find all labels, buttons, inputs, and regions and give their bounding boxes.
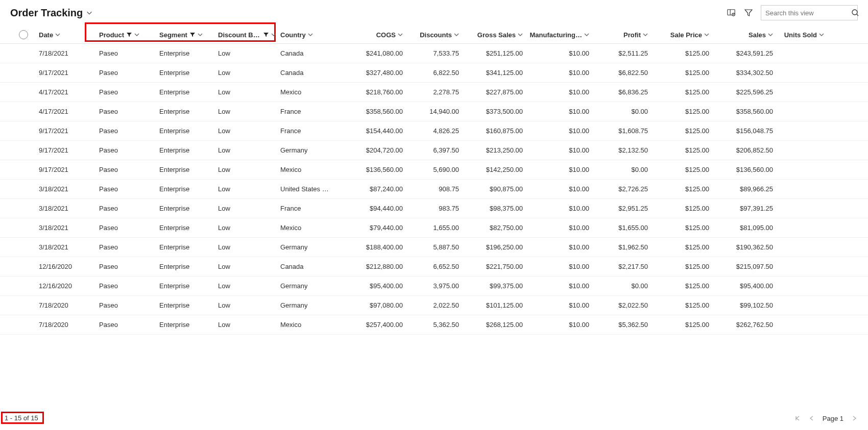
cell-sale-price: $125.00	[650, 224, 711, 232]
header-units-sold[interactable]: Units Sold	[775, 31, 826, 39]
cell-discounts: 2,278.75	[405, 88, 461, 96]
table-row[interactable]: 7/18/2020PaseoEnterpriseLowGermany$97,08…	[0, 296, 868, 315]
cell-profit: $2,132.50	[591, 146, 650, 154]
select-all-column[interactable]	[10, 30, 37, 39]
cell-sales: $262,762.50	[711, 321, 775, 328]
table-row[interactable]: 4/17/2021PaseoEnterpriseLowMexico$218,76…	[0, 83, 868, 102]
chevron-down-icon	[518, 32, 523, 37]
cell-product: Paseo	[97, 205, 157, 212]
cell-profit: $2,022.50	[591, 301, 650, 309]
cell-sale-price: $125.00	[650, 263, 711, 270]
search-icon[interactable]	[851, 9, 859, 17]
cell-discounts: 7,533.75	[405, 49, 461, 57]
header-country[interactable]: Country	[278, 31, 345, 39]
first-page-button[interactable]	[794, 415, 801, 422]
table-row[interactable]: 3/18/2021PaseoEnterpriseLowUnited States…	[0, 180, 868, 199]
header-date[interactable]: Date	[37, 31, 97, 39]
header-label: Manufacturing…	[529, 31, 582, 39]
cell-sales: $97,391.25	[711, 205, 775, 212]
cell-date: 9/17/2021	[37, 69, 97, 77]
funnel-icon	[189, 32, 196, 38]
view-title[interactable]: Order Tracking	[10, 7, 83, 19]
header-segment[interactable]: Segment	[157, 31, 216, 39]
cell-gross-sales: $268,125.00	[461, 321, 525, 328]
cell-profit: $2,511.25	[591, 49, 650, 57]
header-gross-sales[interactable]: Gross Sales	[461, 31, 525, 39]
header-sale-price[interactable]: Sale Price	[650, 31, 711, 39]
cell-discount-band: Low	[216, 205, 278, 212]
cell-profit: $0.00	[591, 166, 650, 173]
chevron-down-icon[interactable]	[86, 9, 93, 16]
table-row[interactable]: 3/18/2021PaseoEnterpriseLowMexico$79,440…	[0, 218, 868, 238]
header-discounts[interactable]: Discounts	[405, 31, 461, 39]
cell-product: Paseo	[97, 282, 157, 290]
cell-date: 12/16/2020	[37, 263, 97, 270]
prev-page-button[interactable]	[808, 415, 815, 422]
edit-columns-icon[interactable]	[726, 8, 736, 18]
cell-sale-price: $125.00	[650, 108, 711, 115]
cell-product: Paseo	[97, 243, 157, 251]
cell-manufacturing: $10.00	[525, 301, 591, 309]
cell-sales: $206,852.50	[711, 146, 775, 154]
cell-product: Paseo	[97, 185, 157, 193]
cell-discount-band: Low	[216, 301, 278, 309]
cell-date: 4/17/2021	[37, 108, 97, 115]
table-row[interactable]: 3/18/2021PaseoEnterpriseLowFrance$94,440…	[0, 199, 868, 218]
table-row[interactable]: 7/18/2021PaseoEnterpriseLowCanada$241,08…	[0, 44, 868, 63]
header-label: Units Sold	[784, 31, 817, 39]
header-product[interactable]: Product	[97, 31, 157, 39]
cell-gross-sales: $213,250.00	[461, 146, 525, 154]
cell-country: Mexico	[278, 224, 345, 232]
next-page-button[interactable]	[851, 415, 858, 422]
cell-profit: $1,962.50	[591, 243, 650, 251]
table-row[interactable]: 9/17/2021PaseoEnterpriseLowGermany$204,7…	[0, 141, 868, 160]
chevron-down-icon	[768, 32, 773, 37]
table-row[interactable]: 4/17/2021PaseoEnterpriseLowFrance$358,56…	[0, 102, 868, 121]
cell-profit: $0.00	[591, 108, 650, 115]
cell-discounts: 5,887.50	[405, 243, 461, 251]
page-label: Page 1	[823, 415, 843, 422]
cell-gross-sales: $160,875.00	[461, 127, 525, 135]
cell-profit: $0.00	[591, 282, 650, 290]
table-row[interactable]: 7/18/2020PaseoEnterpriseLowMexico$257,40…	[0, 315, 868, 335]
cell-gross-sales: $227,875.00	[461, 88, 525, 96]
table-row[interactable]: 12/16/2020PaseoEnterpriseLowGermany$95,4…	[0, 276, 868, 296]
table-row[interactable]: 9/17/2021PaseoEnterpriseLowCanada$327,48…	[0, 63, 868, 83]
cell-discount-band: Low	[216, 69, 278, 77]
cell-cogs: $95,400.00	[345, 282, 405, 290]
header-cogs[interactable]: COGS	[345, 31, 405, 39]
header-label: COGS	[376, 31, 396, 39]
cell-country: United States …	[278, 185, 345, 193]
cell-sale-price: $125.00	[650, 88, 711, 96]
search-box[interactable]	[761, 5, 858, 20]
cell-sales: $190,362.50	[711, 243, 775, 251]
cell-gross-sales: $142,250.00	[461, 166, 525, 173]
table-row[interactable]: 12/16/2020PaseoEnterpriseLowCanada$212,8…	[0, 257, 868, 276]
cell-date: 3/18/2021	[37, 185, 97, 193]
cell-manufacturing: $10.00	[525, 321, 591, 328]
select-all-circle[interactable]	[19, 30, 28, 39]
header-sales[interactable]: Sales	[711, 31, 775, 39]
cell-segment: Enterprise	[157, 224, 216, 232]
chevron-down-icon	[271, 32, 276, 37]
cell-discounts: 3,975.00	[405, 282, 461, 290]
header-profit[interactable]: Profit	[591, 31, 650, 39]
cell-gross-sales: $341,125.00	[461, 69, 525, 77]
cell-country: France	[278, 127, 345, 135]
header-label: Date	[39, 31, 53, 39]
table-row[interactable]: 9/17/2021PaseoEnterpriseLowFrance$154,44…	[0, 121, 868, 141]
cell-segment: Enterprise	[157, 185, 216, 193]
filter-icon[interactable]	[743, 8, 754, 18]
cell-gross-sales: $82,750.00	[461, 224, 525, 232]
header-label: Gross Sales	[477, 31, 516, 39]
search-input[interactable]	[765, 9, 851, 17]
cell-discount-band: Low	[216, 282, 278, 290]
header-manufacturing[interactable]: Manufacturing…	[525, 31, 591, 39]
header-discount-band[interactable]: Discount Ba…	[216, 31, 278, 39]
table-row[interactable]: 9/17/2021PaseoEnterpriseLowMexico$136,56…	[0, 160, 868, 180]
cell-discount-band: Low	[216, 166, 278, 173]
table-row[interactable]: 3/18/2021PaseoEnterpriseLowGermany$188,4…	[0, 238, 868, 257]
cell-cogs: $188,400.00	[345, 243, 405, 251]
chevron-down-icon	[454, 32, 459, 37]
cell-sales: $95,400.00	[711, 282, 775, 290]
